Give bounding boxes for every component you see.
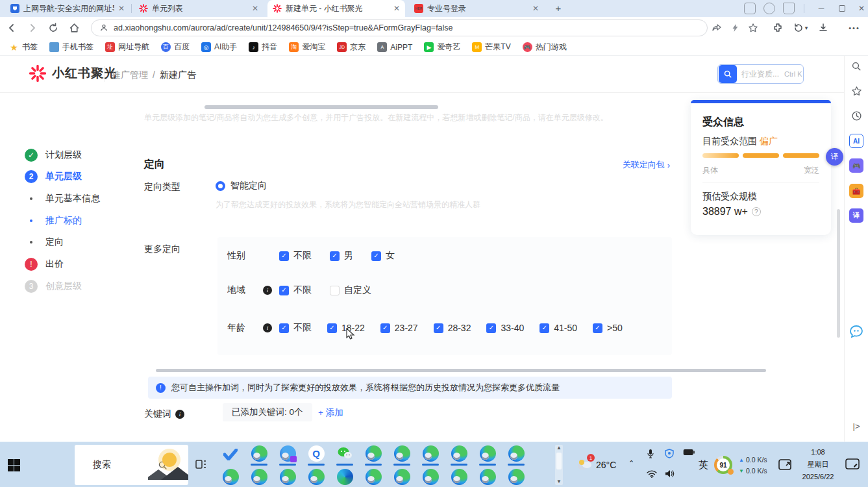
checkbox-checked-icon[interactable]: ✓	[330, 251, 340, 261]
extensions-puzzle-icon[interactable]	[769, 19, 787, 37]
bookmark-item[interactable]: ♪抖音	[249, 42, 277, 53]
checkbox-checked-icon[interactable]: ✓	[539, 323, 549, 333]
tab-close-icon[interactable]: ✕	[532, 4, 539, 13]
search-highlight-image[interactable]	[148, 445, 188, 485]
gender-option-female[interactable]: ✓女	[371, 250, 395, 262]
age-option[interactable]: ✓33-40	[486, 323, 524, 333]
edge-profile-window-icon[interactable]	[393, 445, 410, 462]
radio-selected-icon[interactable]	[216, 181, 225, 191]
notification-center-icon[interactable]	[845, 458, 860, 471]
bookmark-item[interactable]: ▶爱奇艺	[424, 42, 460, 53]
history-dropdown-icon[interactable]: ▾	[788, 19, 813, 37]
age-option[interactable]: ✓>50	[593, 323, 623, 333]
start-button[interactable]	[8, 459, 20, 471]
window-minimize-button[interactable]: ─	[812, 0, 831, 17]
info-icon[interactable]: i	[175, 410, 184, 419]
checkbox-checked-icon[interactable]: ✓	[279, 323, 289, 333]
edge-profile-window-icon[interactable]	[508, 468, 525, 485]
tab-unit-list[interactable]: 单元列表 ✕	[134, 0, 264, 17]
forward-button[interactable]	[23, 19, 42, 37]
question-mark-icon[interactable]: ?	[752, 207, 761, 216]
taskbar-search-box[interactable]: 搜索	[75, 445, 188, 485]
rail-games-gamepad-icon[interactable]: 🎮	[849, 158, 864, 173]
checkbox-checked-icon[interactable]: ✓	[380, 323, 390, 333]
info-icon[interactable]: i	[263, 286, 272, 295]
ime-indicator[interactable]: 英	[699, 459, 708, 471]
bookmark-item[interactable]: M芒果TV	[472, 42, 510, 53]
checkbox-checked-icon[interactable]: ✓	[434, 323, 443, 333]
task-view-icon[interactable]	[195, 458, 208, 471]
bookmark-item[interactable]: 址网址导航	[105, 42, 149, 53]
rail-history-clock-icon[interactable]	[849, 108, 864, 123]
volume-tray-icon[interactable]	[665, 469, 675, 478]
sidebar-step-plan[interactable]: ✓ 计划层级	[25, 149, 82, 162]
horizontal-scrollbar-thumb-top[interactable]	[205, 105, 438, 109]
tab-close-icon[interactable]: ✕	[393, 4, 400, 13]
bookmark-item[interactable]: 百百度	[161, 42, 190, 53]
age-option[interactable]: ✓不限	[279, 322, 312, 334]
bookmark-item[interactable]: 🎮热门游戏	[523, 42, 567, 53]
tab-pro-login[interactable]: HER 专业号登录 ✕	[409, 0, 544, 17]
rail-ai-copilot-icon[interactable]: AI	[849, 133, 864, 149]
rail-favorites-star-icon[interactable]	[849, 83, 864, 99]
bookmark-item[interactable]: AAiPPT	[377, 42, 412, 52]
edge-profile-window-icon[interactable]	[279, 468, 296, 485]
checkbox-checked-icon[interactable]: ✓	[327, 323, 337, 333]
checkbox-checked-icon[interactable]: ✓	[593, 323, 602, 333]
edge-profile-window-icon[interactable]	[365, 468, 382, 485]
taskbar-scrollbar[interactable]: ▲ ▼	[555, 445, 563, 485]
age-option[interactable]: ✓41-50	[539, 323, 577, 333]
temperature-text[interactable]: 26°C	[596, 460, 616, 470]
menu-dots-icon[interactable]: •••	[845, 19, 863, 37]
edge-profile-window-icon[interactable]	[393, 468, 410, 485]
qualification-search-box[interactable]: 行业资质... Ctrl K	[717, 64, 804, 84]
tab-close-icon[interactable]: ✕	[252, 4, 258, 13]
window-maximize-button[interactable]	[832, 0, 852, 17]
search-icon[interactable]	[719, 65, 737, 83]
edge-profile-window-icon[interactable]	[222, 468, 239, 485]
edge-profile-window-icon[interactable]	[308, 468, 325, 485]
gender-option-unlimited[interactable]: ✓不限	[279, 250, 312, 262]
linked-targeting-package-link[interactable]: 关联定向包›	[623, 159, 670, 171]
rail-chat-bubble-icon[interactable]	[849, 324, 864, 340]
bookmark-item[interactable]: ◎AI助手	[201, 42, 237, 53]
checkbox-checked-icon[interactable]: ✓	[371, 251, 381, 261]
edge-profile-window-icon[interactable]	[422, 445, 439, 462]
weather-cloud-icon[interactable]: 1	[577, 458, 593, 471]
rail-toolbox-icon[interactable]: 🧰	[849, 183, 864, 199]
edge-profile-window-icon[interactable]	[508, 445, 525, 462]
window-close-button[interactable]: ✕	[852, 0, 868, 17]
bookmark-item[interactable]: 手机书签	[49, 42, 93, 53]
gender-option-male[interactable]: ✓男	[330, 250, 353, 262]
region-option-custom[interactable]: 自定义	[330, 284, 371, 296]
edge-profile-window-icon[interactable]	[365, 445, 382, 462]
edge-profile-window-icon[interactable]	[422, 468, 439, 485]
checkbox-checked-icon[interactable]: ✓	[486, 323, 496, 333]
microphone-tray-icon[interactable]	[647, 449, 654, 459]
bookmark-item[interactable]: JD京东	[337, 42, 366, 53]
performance-lightning-icon[interactable]	[726, 19, 744, 37]
rail-translate-icon[interactable]: 译	[849, 208, 864, 223]
sidebar-step-creative[interactable]: 3 创意层级	[25, 280, 82, 293]
share-icon[interactable]	[708, 19, 726, 37]
todo-check-app-icon[interactable]	[222, 446, 239, 463]
send-to-device-icon[interactable]	[744, 3, 756, 14]
horizontal-scrollbar-thumb-bottom[interactable]	[156, 369, 766, 372]
home-button[interactable]	[65, 19, 83, 37]
sidebar-step-promotion-target[interactable]: 推广标的	[25, 215, 82, 227]
battery-percentage-gauge[interactable]: 91	[714, 456, 732, 474]
edge-profile-window-icon[interactable]	[451, 468, 467, 485]
tab-new-unit-active[interactable]: 新建单元 - 小红书聚光 ✕	[267, 0, 405, 17]
tab-close-icon[interactable]: ✕	[118, 4, 125, 13]
security-shield-tray-icon[interactable]	[665, 449, 674, 458]
sidebar-step-bid[interactable]: ! 出价	[25, 258, 64, 271]
browser-ai-app-icon[interactable]	[279, 445, 296, 462]
new-tab-button[interactable]: +	[552, 2, 565, 15]
favorite-star-icon[interactable]	[744, 19, 762, 37]
address-bar[interactable]: ad.xiaohongshu.com/aurora/ad/create/unit…	[91, 19, 708, 36]
edge-profile-window-icon[interactable]	[251, 468, 267, 485]
url-text[interactable]: ad.xiaohongshu.com/aurora/ad/create/unit…	[114, 23, 453, 32]
hidden-icons-chevron[interactable]: ⌃	[628, 459, 634, 468]
wechat-window-icon[interactable]	[336, 445, 353, 462]
edge-profile-window-icon[interactable]	[251, 445, 267, 462]
